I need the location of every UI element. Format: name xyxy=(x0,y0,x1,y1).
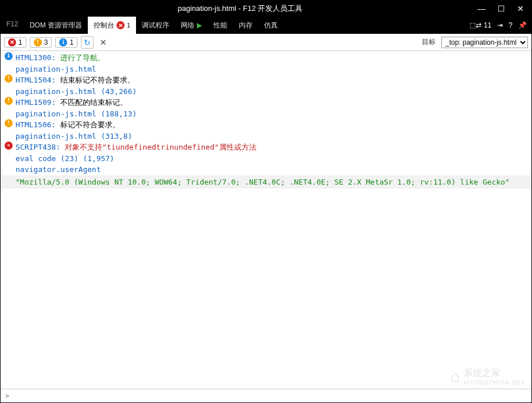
info-icon: i xyxy=(4,52,13,60)
log-message: 标记不符合要求。 xyxy=(60,120,120,129)
log-row: iHTML1300: 进行了导航。 xyxy=(1,52,531,64)
target-select[interactable]: _top: pagination-js.html xyxy=(441,37,528,48)
pin-button[interactable]: 📌 xyxy=(518,21,527,29)
devices-icon: ⬚⇄ xyxy=(469,21,481,29)
prompt-icon: > xyxy=(5,392,9,400)
log-source[interactable]: pagination-js.html (43,266) xyxy=(1,86,531,97)
main-tabbar: F12 DOM 资源管理器 控制台 ✕ 1 调试程序 网络 ▶ 性能 内存 仿真… xyxy=(1,17,531,34)
log-message: 结束标记不符合要求。 xyxy=(60,76,135,84)
log-message: 对象不支持"tiundefinedtrinundefined"属性或方法 xyxy=(65,143,257,151)
warn-icon: ! xyxy=(4,75,13,83)
target-label: 目标 xyxy=(422,37,436,47)
play-icon: ▶ xyxy=(197,21,202,29)
tab-f12[interactable]: F12 xyxy=(1,17,24,34)
help-button[interactable]: ? xyxy=(508,21,512,29)
error-icon: ✕ xyxy=(8,38,16,46)
filter-warnings[interactable]: ! 3 xyxy=(30,37,52,48)
refresh-button[interactable]: ↻ xyxy=(81,36,94,49)
warn-icon: ! xyxy=(4,97,13,105)
log-source[interactable]: pagination-js.html (313,8) xyxy=(1,131,531,142)
minimize-button[interactable]: — xyxy=(475,2,488,15)
log-message: 不匹配的结束标记。 xyxy=(60,98,127,107)
console-output: iHTML1300: 进行了导航。pagination-js.html!HTML… xyxy=(1,51,531,389)
tab-debugger[interactable]: 调试程序 xyxy=(136,17,175,34)
log-message: 进行了导航。 xyxy=(60,53,105,62)
warn-icon: ! xyxy=(4,119,13,127)
log-code: HTML1509: xyxy=(15,98,56,107)
undock-button[interactable]: ⇥ xyxy=(497,21,503,29)
log-source[interactable]: pagination-js.html (188,13) xyxy=(1,108,531,120)
console-input[interactable] xyxy=(13,392,527,400)
window-title: pagination-js.html - F12 开发人员工具 xyxy=(5,3,475,14)
log-source[interactable]: pagination-js.html xyxy=(1,64,531,75)
log-row: !HTML1506: 标记不符合要求。 xyxy=(1,119,531,131)
tab-memory[interactable]: 内存 xyxy=(233,17,258,34)
log-row: !HTML1504: 结束标记不符合要求。 xyxy=(1,75,531,86)
maximize-button[interactable]: ☐ xyxy=(495,2,507,15)
log-code: HTML1504: xyxy=(15,76,56,84)
clear-button[interactable]: ✕ xyxy=(97,36,110,49)
console-toolbar: ✕ 1 ! 3 i 1 ↻ ✕ 目标 _top: pagination-js.h… xyxy=(1,34,531,51)
log-row: ✕SCRIPT438: 对象不支持"tiundefinedtrinundefin… xyxy=(1,142,531,153)
log-code: SCRIPT438: xyxy=(15,143,60,151)
console-input-row: > xyxy=(1,389,531,402)
filter-info[interactable]: i 1 xyxy=(55,37,77,48)
log-code: HTML1300: xyxy=(15,53,56,62)
devices-indicator[interactable]: ⬚⇄ 11 xyxy=(469,21,491,29)
err-icon: ✕ xyxy=(4,142,13,150)
console-result: "Mozilla/5.0 (Windows NT 10.0; WOW64; Tr… xyxy=(1,175,531,189)
log-code: HTML1506: xyxy=(15,120,56,129)
tab-network[interactable]: 网络 ▶ xyxy=(175,17,208,34)
log-source[interactable]: eval code (23) (1,957) xyxy=(1,153,531,165)
console-entered-command: navigator.userAgent xyxy=(1,164,531,175)
tab-dom-explorer[interactable]: DOM 资源管理器 xyxy=(24,17,88,34)
filter-errors[interactable]: ✕ 1 xyxy=(4,37,26,48)
close-button[interactable]: ✕ xyxy=(514,2,527,15)
tab-performance[interactable]: 性能 xyxy=(208,17,233,34)
warning-icon: ! xyxy=(34,38,42,46)
log-row: !HTML1509: 不匹配的结束标记。 xyxy=(1,97,531,108)
window-titlebar: pagination-js.html - F12 开发人员工具 — ☐ ✕ xyxy=(1,1,531,17)
tab-console[interactable]: 控制台 ✕ 1 xyxy=(88,17,136,34)
error-badge-icon: ✕ xyxy=(117,21,125,29)
info-icon: i xyxy=(59,38,67,46)
tab-emulation[interactable]: 仿真 xyxy=(258,17,284,34)
